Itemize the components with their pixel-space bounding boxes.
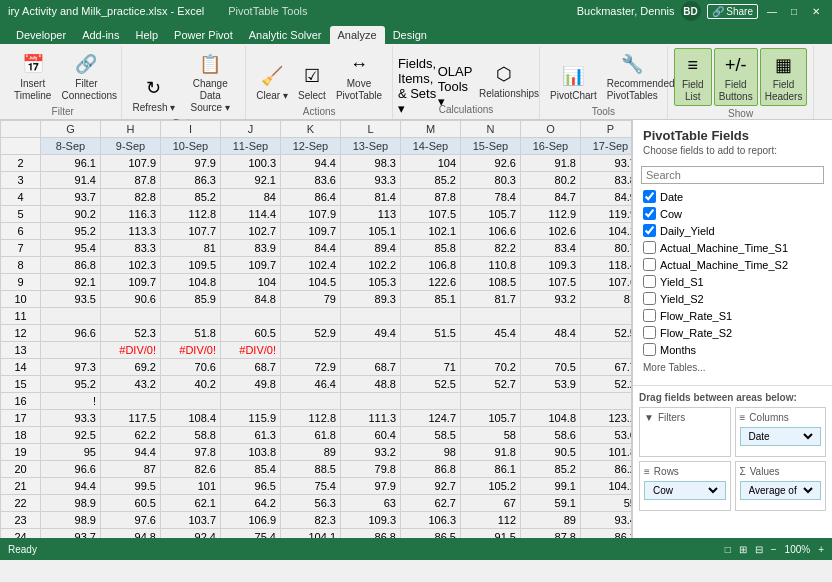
- cell[interactable]: 97.8: [161, 444, 221, 461]
- cell[interactable]: 85.2: [521, 461, 581, 478]
- cell[interactable]: 102.1: [401, 223, 461, 240]
- cell[interactable]: !: [41, 393, 101, 410]
- cell[interactable]: 85.2: [161, 189, 221, 206]
- cell[interactable]: 123.2: [581, 410, 633, 427]
- cell[interactable]: [101, 393, 161, 410]
- field-headers-button[interactable]: ▦ FieldHeaders: [760, 48, 808, 106]
- cell[interactable]: 61.8: [281, 427, 341, 444]
- close-button[interactable]: ✕: [808, 3, 824, 19]
- cell[interactable]: 90.2: [41, 206, 101, 223]
- cell[interactable]: [521, 393, 581, 410]
- cell[interactable]: 61.3: [221, 427, 281, 444]
- cell[interactable]: 83.8: [581, 172, 633, 189]
- cell[interactable]: 92.1: [41, 274, 101, 291]
- cell[interactable]: 82.8: [101, 189, 161, 206]
- cell[interactable]: [281, 308, 341, 325]
- cell[interactable]: 106.8: [401, 257, 461, 274]
- move-pivottable-button[interactable]: ↔ MovePivotTable: [332, 48, 386, 104]
- cell[interactable]: 91.4: [41, 172, 101, 189]
- cell[interactable]: 82.2: [461, 240, 521, 257]
- cell[interactable]: 97.9: [341, 478, 401, 495]
- share-btn[interactable]: 🔗 Share: [707, 4, 758, 19]
- insert-timeline-button[interactable]: 📅 InsertTimeline: [10, 48, 55, 104]
- cell[interactable]: 102.7: [221, 223, 281, 240]
- cell[interactable]: 93.3: [341, 172, 401, 189]
- cell[interactable]: 86.8: [341, 529, 401, 539]
- cell[interactable]: 124.7: [401, 410, 461, 427]
- cell[interactable]: 95.2: [41, 376, 101, 393]
- cell[interactable]: 98.9: [41, 495, 101, 512]
- cell[interactable]: 68.7: [341, 359, 401, 376]
- cell[interactable]: 86.8: [401, 461, 461, 478]
- filter-connections-button[interactable]: 🔗 FilterConnections: [57, 48, 115, 104]
- cell[interactable]: 114.4: [221, 206, 281, 223]
- cell[interactable]: 85.2: [401, 172, 461, 189]
- cell[interactable]: 67.7: [581, 359, 633, 376]
- cell[interactable]: 106.3: [401, 512, 461, 529]
- cell[interactable]: 96.6: [41, 325, 101, 342]
- cell[interactable]: 93.7: [41, 529, 101, 539]
- cell[interactable]: 89.4: [341, 240, 401, 257]
- cell[interactable]: 108.4: [161, 410, 221, 427]
- cell[interactable]: 90.6: [101, 291, 161, 308]
- cell[interactable]: 101.8: [581, 444, 633, 461]
- cell[interactable]: 90.5: [521, 444, 581, 461]
- cell[interactable]: 48.4: [521, 325, 581, 342]
- cell[interactable]: 85.8: [401, 240, 461, 257]
- cell[interactable]: 75.4: [281, 478, 341, 495]
- cell[interactable]: 45.4: [461, 325, 521, 342]
- cell[interactable]: 52.2: [581, 376, 633, 393]
- cell[interactable]: 96.1: [41, 155, 101, 172]
- page-layout-icon[interactable]: ⊞: [739, 544, 747, 555]
- columns-date-select[interactable]: Date: [745, 430, 817, 443]
- cell[interactable]: 89: [521, 512, 581, 529]
- rows-cow-select[interactable]: Cow: [649, 484, 721, 497]
- cell[interactable]: 96.6: [41, 461, 101, 478]
- field-checkbox[interactable]: [643, 258, 656, 271]
- cell[interactable]: #DIV/0!: [221, 342, 281, 359]
- cell[interactable]: [221, 393, 281, 410]
- cell[interactable]: 109.5: [161, 257, 221, 274]
- cell[interactable]: 63: [341, 495, 401, 512]
- cell[interactable]: [221, 308, 281, 325]
- cell[interactable]: #DIV/0!: [161, 342, 221, 359]
- cell[interactable]: 97.3: [41, 359, 101, 376]
- cell[interactable]: 109.7: [281, 223, 341, 240]
- cell[interactable]: 104.2: [581, 223, 633, 240]
- cell[interactable]: 85.4: [221, 461, 281, 478]
- cell[interactable]: [521, 342, 581, 359]
- cell[interactable]: 40.2: [161, 376, 221, 393]
- cell[interactable]: 118.4: [581, 257, 633, 274]
- cell[interactable]: 105.7: [461, 410, 521, 427]
- cell[interactable]: 92.1: [221, 172, 281, 189]
- cell[interactable]: 49.4: [341, 325, 401, 342]
- cell[interactable]: 86.3: [161, 172, 221, 189]
- tab-addins[interactable]: Add-ins: [74, 26, 127, 44]
- cell[interactable]: 84.7: [521, 189, 581, 206]
- cell[interactable]: 86.1: [461, 461, 521, 478]
- cell[interactable]: 75.4: [221, 529, 281, 539]
- cell[interactable]: 102.2: [341, 257, 401, 274]
- select-button[interactable]: ☑ Select: [294, 60, 330, 104]
- cell[interactable]: [581, 308, 633, 325]
- tab-design[interactable]: Design: [385, 26, 435, 44]
- field-checkbox[interactable]: [643, 326, 656, 339]
- cell[interactable]: 97.9: [161, 155, 221, 172]
- cell[interactable]: [281, 342, 341, 359]
- cell[interactable]: 85.1: [401, 291, 461, 308]
- tab-developer[interactable]: Developer: [8, 26, 74, 44]
- cell[interactable]: 92.7: [401, 478, 461, 495]
- cell[interactable]: 79: [281, 291, 341, 308]
- cell[interactable]: [461, 393, 521, 410]
- cell[interactable]: 52.5: [401, 376, 461, 393]
- maximize-button[interactable]: □: [786, 3, 802, 19]
- field-list-button[interactable]: ≡ FieldList: [674, 48, 712, 106]
- cell[interactable]: 104: [221, 274, 281, 291]
- cell[interactable]: 58.5: [401, 427, 461, 444]
- cell[interactable]: 117.5: [101, 410, 161, 427]
- field-checkbox[interactable]: [643, 292, 656, 305]
- cell[interactable]: 104.2: [581, 478, 633, 495]
- cell[interactable]: [461, 342, 521, 359]
- cell[interactable]: 102.3: [101, 257, 161, 274]
- cell[interactable]: 52.9: [281, 325, 341, 342]
